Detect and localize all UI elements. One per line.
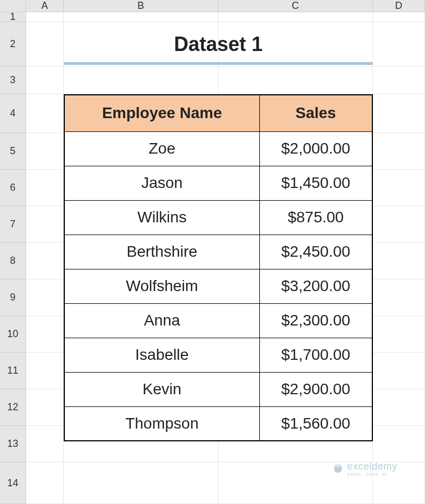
row-headers: 1 2 3 4 5 6 7 8 9 10 11 12 13 14 [0,12,26,504]
cell-D8[interactable] [373,243,425,279]
cell-A5[interactable] [26,133,64,170]
cell-name[interactable]: Jason [64,166,259,200]
title-underline [64,62,373,65]
cell-D1[interactable] [373,12,425,22]
dataset-title: Dataset 1 [174,33,263,56]
watermark-icon [332,463,344,474]
row-header-9[interactable]: 9 [0,279,26,316]
header-sales[interactable]: Sales [259,95,372,131]
row-header-11[interactable]: 11 [0,353,26,389]
row-header-1[interactable]: 1 [0,12,26,22]
watermark: exceldemy EXCEL · DATA · BI [332,461,397,476]
cell-sales[interactable]: $3,200.00 [259,269,372,303]
cell-A13[interactable] [26,426,64,462]
cell-A9[interactable] [26,279,64,316]
cell-name[interactable]: Zoe [64,131,259,166]
table-row: Wilkins$875.00 [64,200,372,235]
cell-sales[interactable]: $2,300.00 [259,303,372,338]
cell-A10[interactable] [26,316,64,353]
cell-name[interactable]: Kevin [64,372,259,406]
cell-D10[interactable] [373,316,425,353]
cell-sales[interactable]: $1,700.00 [259,338,372,372]
row-header-5[interactable]: 5 [0,133,26,170]
column-header-B[interactable]: B [64,0,218,12]
table-row: Kevin$2,900.00 [64,372,372,406]
column-header-A[interactable]: A [26,0,64,12]
cell-C1[interactable] [218,12,373,22]
row-header-12[interactable]: 12 [0,389,26,426]
row-header-14[interactable]: 14 [0,462,26,504]
cell-sales[interactable]: $2,450.00 [259,235,372,269]
cell-grid: Dataset 1 Employee Name Sales Zoe$2,000.… [26,12,425,504]
cell-D6[interactable] [373,170,425,206]
table-row: Anna$2,300.00 [64,303,372,338]
table-row: Thompson$1,560.00 [64,406,372,441]
cell-A12[interactable] [26,389,64,426]
row-header-4[interactable]: 4 [0,94,26,133]
cell-D5[interactable] [373,133,425,170]
cell-B14[interactable] [64,462,218,504]
column-header-D[interactable]: D [373,0,425,12]
header-employee-name[interactable]: Employee Name [64,95,259,131]
cell-sales[interactable]: $1,450.00 [259,166,372,200]
cell-sales[interactable]: $1,560.00 [259,406,372,441]
table-header-row: Employee Name Sales [64,95,372,131]
cell-D12[interactable] [373,389,425,426]
cell-D4[interactable] [373,94,425,133]
cell-C3[interactable] [218,67,373,94]
cell-A4[interactable] [26,94,64,133]
cell-D11[interactable] [373,353,425,389]
dataset-title-wrap: Dataset 1 [64,22,373,67]
data-table: Employee Name Sales Zoe$2,000.00 Jason$1… [64,94,373,441]
cell-A2[interactable] [26,22,64,67]
cell-name[interactable]: Berthshire [64,235,259,269]
cell-name[interactable]: Wilkins [64,200,259,235]
table-row: Jason$1,450.00 [64,166,372,200]
cell-A11[interactable] [26,353,64,389]
cell-B1[interactable] [64,12,218,22]
cell-A6[interactable] [26,170,64,206]
cell-A3[interactable] [26,67,64,94]
cell-sales[interactable]: $2,900.00 [259,372,372,406]
column-header-C[interactable]: C [218,0,373,12]
watermark-subtext: EXCEL · DATA · BI [347,472,387,476]
cell-name[interactable]: Anna [64,303,259,338]
table-row: Wolfsheim$3,200.00 [64,269,372,303]
cell-A8[interactable] [26,243,64,279]
row-header-2[interactable]: 2 [0,22,26,67]
cell-name[interactable]: Isabelle [64,338,259,372]
table-row: Isabelle$1,700.00 [64,338,372,372]
cell-name[interactable]: Wolfsheim [64,269,259,303]
table-row: Berthshire$2,450.00 [64,235,372,269]
row-header-6[interactable]: 6 [0,170,26,206]
cell-sales[interactable]: $875.00 [259,200,372,235]
cell-D7[interactable] [373,206,425,243]
cell-D2[interactable] [373,22,425,67]
cell-D3[interactable] [373,67,425,94]
cell-A14[interactable] [26,462,64,504]
row-header-8[interactable]: 8 [0,243,26,279]
table-row: Zoe$2,000.00 [64,131,372,166]
row-header-3[interactable]: 3 [0,67,26,94]
watermark-text-stack: exceldemy EXCEL · DATA · BI [347,461,397,476]
column-headers: A B C D [0,0,425,12]
cell-sales[interactable]: $2,000.00 [259,131,372,166]
spreadsheet: A B C D 1 2 3 4 5 6 7 8 9 10 11 12 13 14 [0,0,425,504]
row-header-7[interactable]: 7 [0,206,26,243]
cell-B3[interactable] [64,67,218,94]
watermark-text: exceldemy [347,461,397,472]
cell-A1[interactable] [26,12,64,22]
select-all-corner[interactable] [0,0,26,12]
cell-name[interactable]: Thompson [64,406,259,441]
row-header-13[interactable]: 13 [0,426,26,462]
cell-A7[interactable] [26,206,64,243]
cell-D13[interactable] [373,426,425,462]
cell-D9[interactable] [373,279,425,316]
row-header-10[interactable]: 10 [0,316,26,353]
